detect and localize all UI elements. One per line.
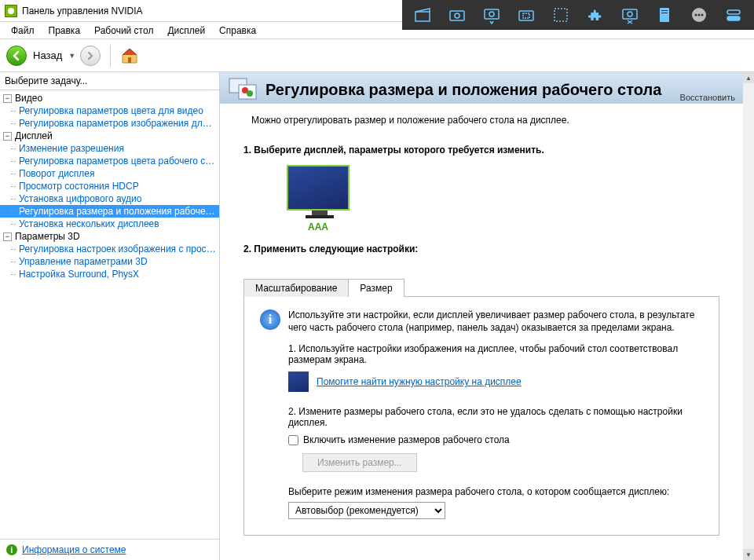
tree-item[interactable]: Регулировка настроек изображения с просм…	[0, 243, 219, 255]
tree-item[interactable]: Изменение разрешения	[0, 142, 219, 155]
system-capture-toolbar	[402, 0, 754, 30]
svg-rect-18	[727, 10, 740, 14]
svg-rect-9	[623, 9, 637, 19]
step1-text: 1. Используйте настройки изображения на …	[288, 343, 703, 365]
scroll-up-icon[interactable]: ▲	[743, 72, 754, 83]
resize-button: Изменить размер...	[302, 453, 417, 472]
nvidia-icon	[5, 5, 17, 17]
info-icon: i	[6, 544, 17, 555]
menu-file[interactable]: Файл	[5, 24, 41, 38]
help-link-row: Помогите найти нужную настройку на диспл…	[288, 372, 703, 392]
scroll-down-icon[interactable]: ▼	[743, 549, 754, 560]
svg-rect-6	[519, 11, 533, 20]
section2-heading: 2. Применить следующие настройки:	[243, 243, 719, 254]
enable-resize-checkbox[interactable]	[288, 435, 298, 445]
svg-rect-12	[661, 10, 668, 11]
nav-separator	[110, 45, 111, 67]
nav-toolbar: Назад ▼	[0, 39, 754, 72]
tab-row: Масштабирование Размер	[243, 278, 719, 297]
back-dropdown-icon[interactable]: ▼	[68, 52, 75, 60]
tree-item[interactable]: Установка нескольких дисплеев	[0, 218, 219, 230]
scroll-track[interactable]	[743, 83, 754, 549]
page-header-icon	[228, 77, 259, 102]
content-scroll[interactable]: Регулировка размера и положения рабочего…	[220, 72, 754, 560]
svg-rect-19	[727, 16, 740, 20]
tab-size[interactable]: Размер	[348, 279, 404, 297]
camera-x-icon[interactable]	[613, 0, 647, 30]
more-icon[interactable]	[682, 0, 716, 30]
tree-item[interactable]: Управление параметрами 3D	[0, 255, 219, 268]
select-region-icon[interactable]	[544, 0, 578, 30]
svg-point-10	[628, 12, 632, 16]
content-area: Регулировка размера и положения рабочего…	[220, 72, 754, 560]
svg-rect-8	[555, 9, 567, 21]
resize-mode-select[interactable]: Автовыбор (рекомендуется)	[288, 502, 445, 519]
clapper-icon[interactable]	[405, 0, 440, 30]
display-name: AAA	[283, 221, 353, 232]
page-intro: Можно отрегулировать размер и положение …	[220, 104, 743, 137]
svg-rect-2	[450, 11, 464, 20]
svg-point-3	[455, 13, 459, 18]
info-icon: i	[260, 309, 280, 330]
puzzle-icon[interactable]	[578, 0, 613, 30]
vertical-scrollbar[interactable]: ▲ ▼	[743, 72, 754, 560]
menu-desktop[interactable]: Рабочий стол	[88, 24, 159, 38]
camera-region-icon[interactable]	[509, 0, 544, 30]
info-text: Используйте эти настройки, если дисплей …	[288, 309, 703, 334]
back-button[interactable]	[6, 46, 27, 66]
svg-point-16	[698, 14, 701, 16]
tree-group-3d[interactable]: −Параметры 3D	[0, 230, 219, 243]
info-row: i Используйте эти настройки, если диспле…	[260, 309, 703, 334]
svg-rect-7	[523, 13, 529, 18]
svg-rect-20	[128, 57, 131, 63]
svg-point-0	[8, 8, 14, 14]
tree-item[interactable]: Регулировка параметров цвета рабочего ст…	[0, 155, 219, 167]
task-tree[interactable]: −Видео Регулировка параметров цвета для …	[0, 90, 219, 539]
svg-rect-11	[660, 8, 669, 22]
task-header: Выберите задачу...	[0, 72, 219, 90]
tree-item[interactable]: Регулировка параметров цвета для видео	[0, 104, 219, 117]
svg-rect-13	[661, 13, 668, 13]
menu-display[interactable]: Дисплей	[161, 24, 211, 38]
system-info-link[interactable]: Информация о системе	[22, 544, 126, 555]
menu-edit[interactable]: Правка	[42, 24, 87, 38]
restore-defaults-link[interactable]: Восстановить	[680, 93, 735, 102]
tab-scaling[interactable]: Масштабирование	[243, 279, 349, 297]
section1-heading: 1. Выберите дисплей, параметры которого …	[243, 145, 719, 156]
camera-down-icon[interactable]	[474, 0, 509, 30]
mode-label: Выберите режим изменения размера рабочег…	[288, 486, 703, 497]
toggle-icon[interactable]	[716, 0, 751, 30]
sidebar: Выберите задачу... −Видео Регулировка па…	[0, 72, 220, 560]
tree-item[interactable]: Настройка Surround, PhysX	[0, 268, 219, 280]
page-title: Регулировка размера и положения рабочего…	[265, 81, 735, 99]
forward-button[interactable]	[80, 46, 101, 66]
back-label[interactable]: Назад	[33, 49, 62, 61]
tabs-container: Масштабирование Размер i Используйте эти…	[243, 278, 719, 536]
tree-group-display[interactable]: −Дисплей	[0, 130, 219, 142]
display-thumbnail[interactable]: AAA	[283, 165, 353, 232]
tree-item[interactable]: Поворот дисплея	[0, 167, 219, 180]
main-layout: Выберите задачу... −Видео Регулировка па…	[0, 72, 754, 560]
svg-rect-4	[485, 9, 499, 19]
monitor-small-icon	[288, 372, 309, 392]
monitor-icon	[287, 165, 350, 210]
tree-item[interactable]: Установка цифрового аудио	[0, 192, 219, 205]
section-select-display: 1. Выберите дисплей, параметры которого …	[220, 137, 743, 236]
document-icon[interactable]	[647, 0, 682, 30]
tree-item[interactable]: Просмотр состояния HDCP	[0, 180, 219, 192]
tree-group-video[interactable]: −Видео	[0, 92, 219, 104]
enable-resize-label: Включить изменение размеров рабочего сто…	[303, 434, 510, 445]
svg-point-5	[489, 12, 494, 16]
home-button[interactable]	[120, 46, 139, 65]
menu-help[interactable]: Справка	[213, 24, 262, 38]
tree-item[interactable]: Регулировка параметров изображения для в…	[0, 117, 219, 130]
help-find-setting-link[interactable]: Помогите найти нужную настройку на диспл…	[317, 376, 522, 387]
svg-point-17	[701, 14, 704, 16]
camera-icon[interactable]	[440, 0, 474, 30]
page-header: Регулировка размера и положения рабочего…	[220, 72, 743, 104]
svg-point-24	[247, 90, 253, 97]
tree-item-selected[interactable]: Регулировка размера и положения рабочего…	[0, 205, 219, 218]
svg-point-15	[695, 14, 697, 16]
section-apply-settings: 2. Применить следующие настройки:	[220, 236, 743, 267]
tab-panel-size: i Используйте эти настройки, если диспле…	[243, 297, 719, 536]
